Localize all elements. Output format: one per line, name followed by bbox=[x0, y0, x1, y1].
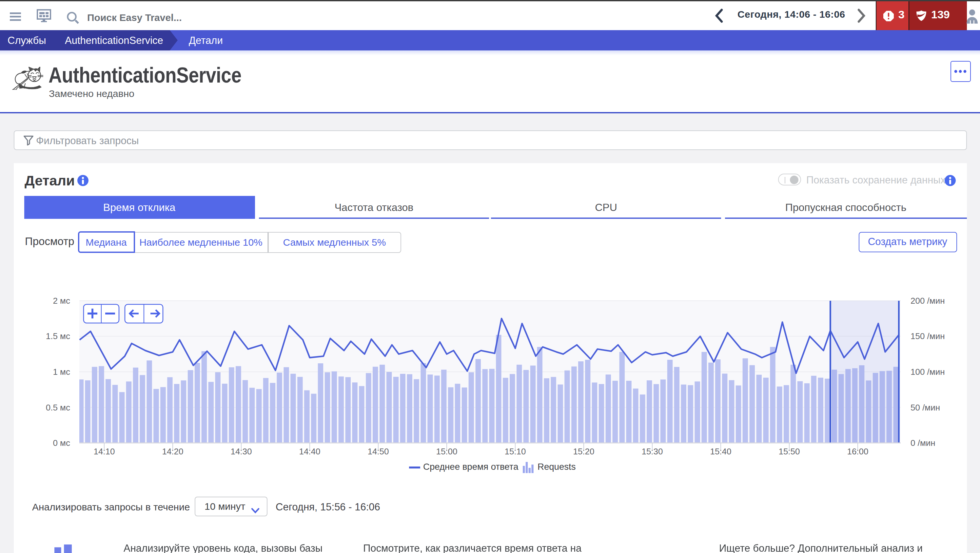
svg-text:14:50: 14:50 bbox=[368, 446, 389, 456]
svg-text:14:40: 14:40 bbox=[299, 446, 320, 456]
svg-text:14:10: 14:10 bbox=[94, 446, 115, 456]
svg-text:0 мс: 0 мс bbox=[53, 438, 70, 448]
svg-text:15:50: 15:50 bbox=[778, 446, 800, 456]
svg-text:1 мс: 1 мс bbox=[53, 367, 70, 377]
svg-text:14:30: 14:30 bbox=[231, 446, 252, 456]
svg-text:200 /мин: 200 /мин bbox=[910, 296, 945, 305]
svg-text:150 /мин: 150 /мин bbox=[910, 331, 945, 341]
svg-text:15:30: 15:30 bbox=[641, 446, 663, 456]
svg-text:15:40: 15:40 bbox=[710, 446, 731, 456]
svg-text:16:00: 16:00 bbox=[847, 446, 868, 456]
svg-text:50 /мин: 50 /мин bbox=[910, 402, 940, 412]
svg-text:100 /мин: 100 /мин bbox=[910, 367, 945, 377]
svg-text:15:20: 15:20 bbox=[573, 446, 594, 456]
svg-text:0 /мин: 0 /мин bbox=[910, 438, 935, 448]
svg-text:15:10: 15:10 bbox=[504, 446, 526, 456]
svg-text:14:20: 14:20 bbox=[162, 446, 183, 456]
svg-text:0.5 мс: 0.5 мс bbox=[46, 402, 70, 412]
svg-text:15:00: 15:00 bbox=[436, 446, 457, 456]
svg-text:2 мс: 2 мс bbox=[53, 296, 70, 305]
svg-text:1.5 мс: 1.5 мс bbox=[46, 331, 70, 341]
